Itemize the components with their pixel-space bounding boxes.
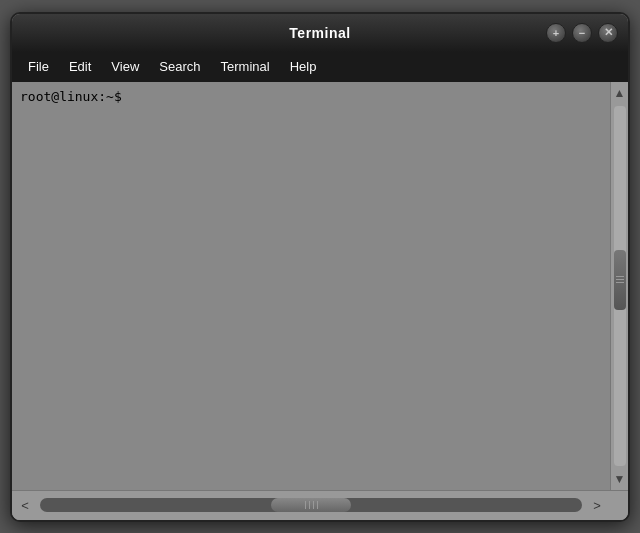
- menubar: File Edit View Search Terminal Help: [12, 52, 628, 82]
- minimize-button[interactable]: −: [572, 23, 592, 43]
- menu-view[interactable]: View: [103, 56, 147, 77]
- vscroll-track[interactable]: [614, 106, 626, 466]
- menu-file[interactable]: File: [20, 56, 57, 77]
- vscroll-thumb[interactable]: [614, 250, 626, 310]
- window-title: Terminal: [289, 25, 350, 41]
- scroll-right-button[interactable]: >: [586, 494, 608, 516]
- hthumb-line-2: [309, 501, 310, 509]
- hthumb-line-3: [313, 501, 314, 509]
- scroll-down-button[interactable]: ▼: [611, 468, 629, 490]
- terminal-prompt: root@linux:~$: [20, 88, 602, 106]
- window-controls: + − ✕: [546, 23, 618, 43]
- terminal-window: Terminal + − ✕ File Edit View Search Ter…: [10, 12, 630, 522]
- add-tab-button[interactable]: +: [546, 23, 566, 43]
- horizontal-scrollbar: < >: [12, 490, 628, 520]
- terminal-body[interactable]: root@linux:~$: [12, 82, 610, 490]
- hscroll-thumb[interactable]: [271, 498, 351, 512]
- thumb-line-1: [616, 276, 624, 277]
- titlebar: Terminal + − ✕: [12, 14, 628, 52]
- vscroll-thumb-grip: [616, 276, 624, 283]
- vertical-scrollbar: ▲ ▼: [610, 82, 628, 490]
- thumb-line-2: [616, 279, 624, 280]
- menu-search[interactable]: Search: [151, 56, 208, 77]
- content-area: root@linux:~$ ▲ ▼ <: [12, 82, 628, 520]
- terminal-viewport: root@linux:~$ ▲ ▼: [12, 82, 628, 490]
- scroll-left-button[interactable]: <: [14, 494, 36, 516]
- menu-help[interactable]: Help: [282, 56, 325, 77]
- hthumb-line-4: [317, 501, 318, 509]
- scroll-up-button[interactable]: ▲: [611, 82, 629, 104]
- hthumb-line-1: [305, 501, 306, 509]
- thumb-line-3: [616, 282, 624, 283]
- close-button[interactable]: ✕: [598, 23, 618, 43]
- hscroll-track[interactable]: [40, 498, 582, 512]
- menu-terminal[interactable]: Terminal: [213, 56, 278, 77]
- menu-edit[interactable]: Edit: [61, 56, 99, 77]
